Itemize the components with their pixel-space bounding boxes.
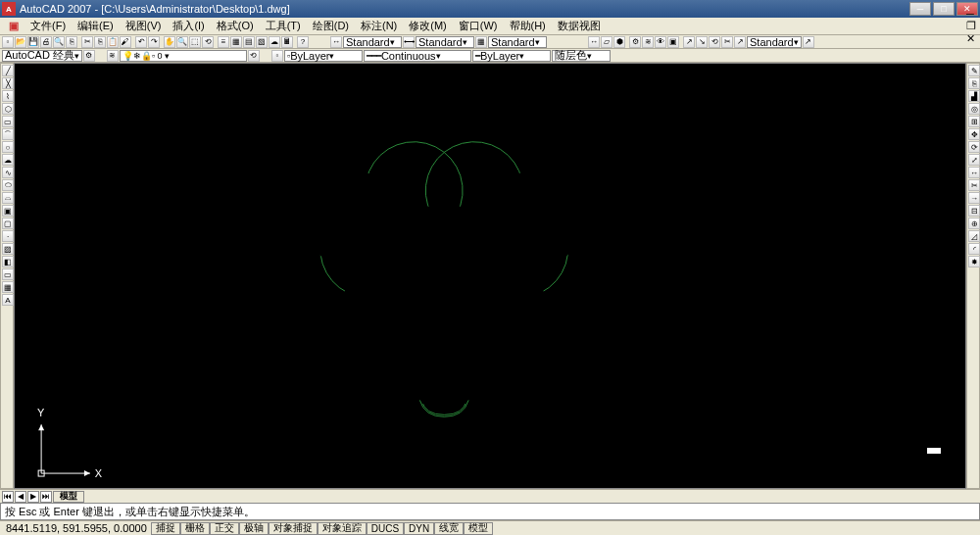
distance-icon[interactable]: ↔ [588,36,600,48]
status-ortho[interactable]: 正交 [210,522,239,535]
mod4-icon[interactable]: ✂ [721,36,733,48]
textstyle-combo[interactable]: Standard▾ [343,36,402,48]
gradient-icon[interactable]: ◧ [2,256,14,268]
layer-combo[interactable]: 💡❄🔒▫ 0 ▾ [120,50,247,62]
rotate-icon[interactable]: ⟳ [968,141,980,153]
erase-icon[interactable]: ✎ [968,65,980,76]
circle-icon[interactable]: ○ [2,141,14,153]
publish-icon[interactable]: ⎘ [66,36,77,48]
zoom-previous-icon[interactable]: ⟲ [202,36,214,48]
sheetset-icon[interactable]: ▧ [256,36,268,48]
app-menu-icon[interactable]: ▣ [4,19,24,33]
tablestyle-combo[interactable]: Standard▾ [488,36,547,48]
polyline-icon[interactable]: ⌇ [2,90,14,102]
color-combo[interactable]: ▫ ByLayer▾ [284,50,363,62]
fillet-icon[interactable]: ◜ [968,243,980,255]
mod1-icon[interactable]: ↗ [683,36,695,48]
colorctl-icon[interactable]: ▫ [271,50,283,62]
lineweight-combo[interactable]: ━ ByLayer▾ [472,50,551,62]
layer-icon[interactable]: ≋ [642,36,654,48]
linetype-combo[interactable]: ━━━ Continuous▾ [364,50,471,62]
status-ducs[interactable]: DUCS [367,522,404,535]
layers-icon[interactable]: ≋ [107,50,119,62]
move-icon[interactable]: ✥ [968,128,980,140]
xline-icon[interactable]: ╳ [2,77,14,89]
line-icon[interactable]: ╱ [2,65,14,76]
offset-icon[interactable]: ◎ [968,103,980,115]
mod3-icon[interactable]: ⟲ [709,36,720,48]
chamfer-icon[interactable]: ◿ [968,230,980,242]
properties-icon[interactable]: ≡ [218,36,229,48]
tab-first-icon[interactable]: ⏮ [2,491,14,503]
copy-obj-icon[interactable]: ⎘ [968,77,980,89]
mod2-icon[interactable]: ↘ [696,36,708,48]
tab-next-icon[interactable]: ▶ [27,491,39,503]
redo-icon[interactable]: ↷ [148,36,160,48]
drawing-canvas[interactable]: X Y [14,63,966,489]
status-lwt[interactable]: 线宽 [434,522,464,535]
menu-insert[interactable]: 插入(I) [168,18,209,34]
tab-prev-icon[interactable]: ◀ [15,491,26,503]
dimstyle-combo[interactable]: Standard▾ [416,36,474,48]
rectangle-icon[interactable]: ▭ [2,116,14,127]
mleaderstyle-icon[interactable]: ↗ [734,36,746,48]
arc-icon[interactable]: ⌒ [2,128,14,140]
status-dyn[interactable]: DYN [404,522,434,535]
save-icon[interactable]: 💾 [27,36,39,48]
polygon-icon[interactable]: ⬡ [2,103,14,115]
status-grid[interactable]: 栅格 [180,522,210,535]
pan-icon[interactable]: ✋ [164,36,175,48]
menu-tools[interactable]: 工具(T) [261,18,306,34]
minimize-button[interactable]: ─ [909,2,931,16]
mirror-icon[interactable]: ▟ [968,90,980,102]
doc-minimize-button[interactable]: ─ [966,8,976,20]
point-icon[interactable]: · [2,230,14,242]
status-snap[interactable]: 捕捉 [151,522,180,535]
copy-icon[interactable]: ⎘ [94,36,106,48]
menu-edit[interactable]: 编辑(E) [73,18,119,34]
menu-modify[interactable]: 修改(M) [404,18,452,34]
spline-icon[interactable]: ∿ [2,167,14,178]
menu-dataview[interactable]: 数据视图 [553,18,606,34]
plotstyle-combo[interactable]: 随层色▾ [552,50,611,62]
status-otrack[interactable]: 对象追踪 [318,522,367,535]
markup-icon[interactable]: ☁ [269,36,280,48]
status-polar[interactable]: 极轴 [239,522,269,535]
tab-last-icon[interactable]: ⏭ [40,491,52,503]
explode-icon[interactable]: ✸ [968,256,980,268]
array-icon[interactable]: ⊞ [968,116,980,127]
hatch-icon[interactable]: ▨ [2,243,14,255]
zoom-realtime-icon[interactable]: 🔍 [176,36,188,48]
doc-close-button[interactable]: ✕ [966,32,976,45]
help-icon[interactable]: ? [297,36,309,48]
workspace-combo[interactable]: AutoCAD 经典▾ [2,50,82,62]
dim-icon[interactable]: ⟷ [403,36,415,48]
toolpalettes-icon[interactable]: ▤ [243,36,255,48]
zoom-window-icon[interactable]: ⬚ [189,36,201,48]
workspace-settings-icon[interactable]: ⚙ [83,50,95,62]
layerprev-icon[interactable]: ⟲ [248,50,260,62]
extend-icon[interactable]: → [968,192,980,204]
menu-file[interactable]: 文件(F) [25,18,71,34]
join-icon[interactable]: ⊕ [968,218,980,229]
scale-icon[interactable]: ⤢ [968,154,980,166]
table-icon[interactable]: ▦ [475,36,487,48]
area-icon[interactable]: ▱ [601,36,612,48]
mtext-icon[interactable]: A [2,294,14,306]
preview-icon[interactable]: 🔍 [53,36,65,48]
doc-restore-button[interactable]: ❐ [966,20,976,32]
designcenter-icon[interactable]: ▦ [230,36,242,48]
command-line[interactable]: 按 Esc 或 Enter 键退出，或单击右键显示快捷菜单。 [0,503,980,520]
menu-draw[interactable]: 绘图(D) [308,18,354,34]
insertblock-icon[interactable]: ▣ [2,205,14,217]
new-icon[interactable]: ▫ [2,36,14,48]
ellipsearc-icon[interactable]: ⌓ [2,192,14,204]
break-icon[interactable]: ⊟ [968,205,980,217]
ellipse-icon[interactable]: ⬭ [2,179,14,191]
matchprop-icon[interactable]: 🖌 [120,36,131,48]
menu-window[interactable]: 窗口(W) [454,18,503,34]
undo-icon[interactable]: ↶ [135,36,147,48]
status-osnap[interactable]: 对象捕捉 [269,522,318,535]
region-icon[interactable]: ⬢ [613,36,625,48]
block-icon[interactable]: ▣ [667,36,679,48]
